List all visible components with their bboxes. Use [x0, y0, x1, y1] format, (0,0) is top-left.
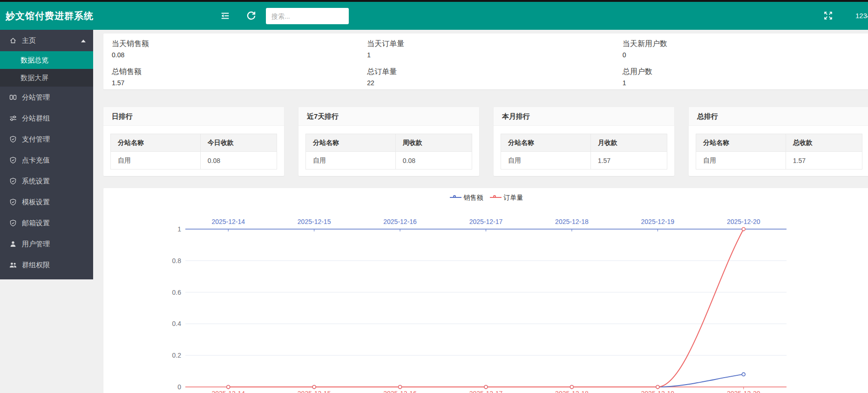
sidebar-item-email-settings[interactable]: 邮箱设置 — [0, 212, 93, 233]
app-title: 妙文馆付费进群系统 — [6, 2, 94, 30]
svg-text:2025-12-18: 2025-12-18 — [555, 218, 589, 225]
sidebar-item-template-settings[interactable]: 模板设置 — [0, 191, 93, 212]
table-header-row: 分站名称 月收款 — [501, 134, 667, 152]
svg-text:2025-12-17: 2025-12-17 — [469, 390, 503, 393]
sidebar-item-user-manage[interactable]: 用户管理 — [0, 233, 93, 254]
stat-value: 22 — [367, 78, 614, 88]
ranking-card-total: 总排行 分站名称 总收款 自用 1.57 — [689, 107, 868, 176]
column-header: 月收款 — [590, 134, 667, 152]
amount-cell: 1.57 — [590, 152, 667, 169]
sidebar-item-payment-manage[interactable]: 支付管理 — [0, 129, 93, 149]
stat-label: 总用户数 — [623, 67, 868, 77]
search-input[interactable] — [266, 8, 349, 24]
column-header: 总收款 — [786, 134, 862, 152]
sidebar-item-home[interactable]: 主页 — [0, 30, 93, 51]
stat-label: 当天销售额 — [112, 39, 359, 49]
svg-text:2025-12-15: 2025-12-15 — [298, 390, 331, 393]
sidebar-item-data-overview[interactable]: 数据总览 — [0, 51, 93, 69]
site-name-cell: 自用 — [111, 152, 201, 169]
stat-label: 当天订单量 — [367, 39, 614, 49]
sidebar-nav: 主页 数据总览 数据大屏 分站管理 分站群组 支付管理 — [0, 30, 93, 279]
admin-dashboard: { "header": { "title": "妙文馆付费进群系统", "sea… — [0, 0, 868, 393]
sidebar-item-substation-groups[interactable]: 分站群组 — [0, 108, 93, 129]
line-marker-icon — [490, 195, 502, 200]
ranking-table: 分站名称 今日收款 自用 0.08 — [110, 134, 277, 169]
table-row: 自用 1.57 — [501, 152, 667, 169]
amount-cell: 1.57 — [786, 152, 862, 169]
stat-value: 1.57 — [112, 78, 359, 88]
fullscreen-icon[interactable] — [824, 12, 832, 20]
amount-cell: 0.08 — [395, 152, 472, 169]
stat-value: 0.08 — [112, 50, 359, 60]
ranking-card-month: 本月排行 分站名称 月收款 自用 1.57 — [494, 107, 674, 176]
stat-total-sales: 总销售额 1.57 — [103, 61, 359, 89]
sidebar-item-label: 模板设置 — [22, 191, 50, 212]
chevron-up-icon — [81, 40, 86, 42]
home-icon — [9, 37, 17, 44]
sidebar-item-system-settings[interactable]: 系统设置 — [0, 170, 93, 191]
table-row: 自用 0.08 — [111, 152, 277, 169]
collapse-menu-icon[interactable] — [220, 11, 230, 21]
refresh-icon[interactable] — [246, 11, 256, 21]
column-header: 周收款 — [395, 134, 472, 152]
svg-text:2025-12-16: 2025-12-16 — [383, 390, 417, 393]
legend-label: 订单量 — [504, 194, 523, 201]
stat-today-new-users: 当天新用户数 0 — [614, 34, 868, 61]
svg-text:2025-12-14: 2025-12-14 — [211, 390, 245, 393]
shield-check-icon — [9, 198, 17, 206]
legend-item-sales[interactable]: 销售额 — [450, 194, 483, 201]
sidebar-item-substation-manage[interactable]: 分站管理 — [0, 87, 93, 108]
line-marker-icon — [450, 195, 461, 200]
users-icon — [9, 261, 17, 269]
ranking-card-7days: 近7天排行 分站名称 周收款 自用 0.08 — [298, 107, 479, 176]
svg-text:0.4: 0.4 — [172, 320, 182, 327]
table-header-row: 分站名称 总收款 — [696, 134, 862, 152]
sidebar-item-label: 点卡充值 — [22, 149, 50, 170]
card-title: 总排行 — [689, 107, 868, 126]
sidebar-item-label: 用户管理 — [22, 233, 50, 254]
legend-item-orders[interactable]: 订单量 — [490, 194, 523, 201]
table-header-row: 分站名称 今日收款 — [111, 134, 277, 152]
home-submenu: 数据总览 数据大屏 — [0, 51, 93, 87]
ranking-table: 分站名称 周收款 自用 0.08 — [305, 134, 472, 169]
column-header: 分站名称 — [306, 134, 396, 152]
column-header: 今日收款 — [200, 134, 277, 152]
sidebar-item-card-recharge[interactable]: 点卡充值 — [0, 149, 93, 170]
svg-text:2025-12-19: 2025-12-19 — [641, 390, 675, 393]
sidebar-item-group-permissions[interactable]: 群组权限 — [0, 254, 93, 275]
sidebar-item-data-screen[interactable]: 数据大屏 — [0, 69, 93, 87]
shield-check-icon — [9, 136, 17, 143]
table-row: 自用 1.57 — [696, 152, 862, 169]
ranking-card-daily: 日排行 分站名称 今日收款 自用 0.08 — [103, 107, 284, 176]
stat-total-orders: 总订单量 22 — [359, 61, 614, 89]
svg-text:2025-12-19: 2025-12-19 — [641, 218, 675, 225]
svg-text:2025-12-16: 2025-12-16 — [383, 218, 417, 225]
sidebar-item-label: 系统设置 — [22, 170, 50, 191]
stat-label: 总销售额 — [112, 67, 359, 77]
sliders-icon — [9, 115, 17, 122]
stat-value: 1 — [367, 50, 614, 60]
column-header: 分站名称 — [501, 134, 591, 152]
svg-text:0.8: 0.8 — [172, 257, 182, 264]
svg-text:2025-12-14: 2025-12-14 — [211, 218, 245, 225]
sidebar-item-label: 邮箱设置 — [22, 212, 50, 233]
svg-text:0.2: 0.2 — [172, 352, 182, 359]
table-header-row: 分站名称 周收款 — [306, 134, 472, 152]
svg-text:2025-12-20: 2025-12-20 — [727, 218, 760, 225]
svg-text:2025-12-18: 2025-12-18 — [555, 390, 589, 393]
site-name-cell: 自用 — [501, 152, 591, 169]
sales-orders-chart-card: 00.20.40.60.812025-12-142025-12-142025-1… — [103, 188, 868, 393]
stat-today-sales: 当天销售额 0.08 — [103, 34, 359, 61]
stats-panel: 当天销售额 0.08 当天订单量 1 当天新用户数 0 总销售额 1.57 总订… — [103, 34, 868, 89]
sidebar-item-label: 分站群组 — [22, 108, 50, 129]
card-title: 日排行 — [103, 107, 284, 126]
ranking-table: 分站名称 月收款 自用 1.57 — [501, 134, 667, 169]
legend-label: 销售额 — [464, 194, 483, 201]
ranking-cards-row: 日排行 分站名称 今日收款 自用 0.08 近7天排行 分站名称 周收款 — [103, 107, 868, 176]
sidebar-item-label: 群组权限 — [22, 254, 50, 275]
username-menu[interactable]: 12345 — [855, 2, 868, 30]
columns-icon — [9, 94, 17, 101]
svg-text:0.6: 0.6 — [172, 289, 182, 296]
column-header: 分站名称 — [696, 134, 786, 152]
column-header: 分站名称 — [111, 134, 201, 152]
